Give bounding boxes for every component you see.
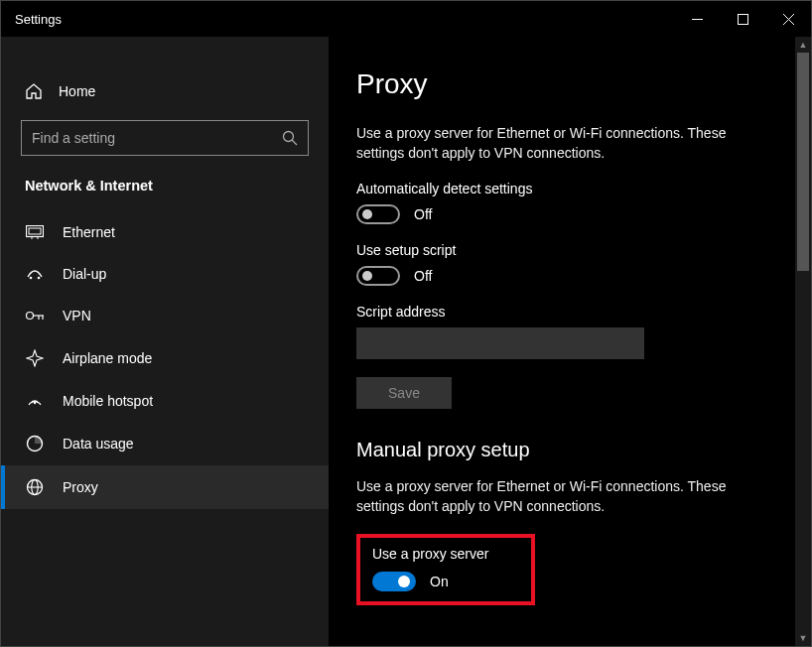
content: Home Network & Internet Ethernet Dia — [1, 37, 811, 646]
vpn-icon — [25, 309, 45, 323]
use-proxy-label: Use a proxy server — [372, 546, 519, 562]
svg-point-12 — [27, 313, 34, 320]
sidebar-item-label: Proxy — [63, 479, 98, 495]
sidebar-item-label: VPN — [63, 308, 91, 324]
auto-detect-toggle[interactable] — [356, 204, 400, 224]
scroll-down-button[interactable]: ▼ — [795, 630, 811, 646]
datausage-icon — [25, 435, 45, 453]
proxy-intro-text: Use a proxy server for Ethernet or Wi-Fi… — [356, 124, 773, 163]
home-link[interactable]: Home — [1, 72, 329, 110]
use-script-state: Off — [414, 268, 432, 284]
maximize-button[interactable] — [720, 3, 765, 35]
sidebar-item-proxy[interactable]: Proxy — [1, 465, 329, 509]
section-label: Network & Internet — [1, 172, 329, 211]
manual-setup-text: Use a proxy server for Ethernet or Wi-Fi… — [356, 477, 773, 516]
airplane-icon — [25, 349, 45, 367]
use-proxy-state: On — [430, 574, 449, 589]
use-script-toggle[interactable] — [356, 266, 400, 286]
sidebar-item-label: Dial-up — [63, 266, 106, 282]
svg-line-5 — [292, 140, 297, 145]
use-proxy-toggle[interactable] — [372, 572, 416, 591]
svg-rect-1 — [738, 14, 747, 24]
search-input[interactable] — [32, 130, 282, 146]
highlight-box: Use a proxy server On — [356, 534, 535, 605]
sidebar-item-label: Data usage — [63, 436, 134, 452]
search-box[interactable] — [21, 120, 309, 156]
close-button[interactable] — [765, 3, 811, 35]
scroll-up-button[interactable]: ▲ — [795, 37, 811, 53]
auto-detect-label: Automatically detect settings — [356, 181, 783, 196]
save-button[interactable]: Save — [356, 377, 452, 409]
scrollbar[interactable]: ▲ ▼ — [795, 37, 811, 646]
svg-point-16 — [34, 402, 36, 404]
sidebar-item-ethernet[interactable]: Ethernet — [1, 211, 329, 253]
svg-point-11 — [38, 277, 41, 280]
scroll-thumb[interactable] — [797, 53, 809, 271]
sidebar-item-datausage[interactable]: Data usage — [1, 422, 329, 465]
minimize-button[interactable] — [674, 3, 720, 35]
script-address-input[interactable] — [356, 327, 644, 359]
sidebar-item-label: Mobile hotspot — [63, 393, 153, 409]
svg-rect-7 — [29, 228, 41, 234]
sidebar-item-airplane[interactable]: Airplane mode — [1, 336, 329, 380]
sidebar-item-dialup[interactable]: Dial-up — [1, 253, 329, 295]
dialup-icon — [25, 267, 45, 281]
auto-detect-state: Off — [414, 206, 432, 222]
home-icon — [25, 82, 43, 100]
page-title: Proxy — [356, 68, 783, 100]
search-icon — [282, 130, 298, 146]
use-script-label: Use setup script — [356, 242, 783, 258]
home-label: Home — [59, 83, 95, 99]
window-title: Settings — [15, 12, 674, 27]
sidebar-item-label: Airplane mode — [63, 350, 152, 366]
sidebar: Home Network & Internet Ethernet Dia — [1, 37, 329, 646]
sidebar-item-label: Ethernet — [63, 224, 115, 240]
hotspot-icon — [25, 393, 45, 409]
titlebar: Settings — [1, 1, 811, 37]
sidebar-item-hotspot[interactable]: Mobile hotspot — [1, 380, 329, 422]
script-address-label: Script address — [356, 304, 783, 320]
proxy-icon — [25, 478, 45, 496]
settings-window: Settings Home Network & — [0, 0, 812, 647]
manual-setup-heading: Manual proxy setup — [356, 439, 783, 461]
sidebar-item-vpn[interactable]: VPN — [1, 295, 329, 336]
svg-point-10 — [30, 277, 33, 280]
ethernet-icon — [25, 225, 45, 239]
main-panel: Proxy Use a proxy server for Ethernet or… — [329, 37, 811, 646]
